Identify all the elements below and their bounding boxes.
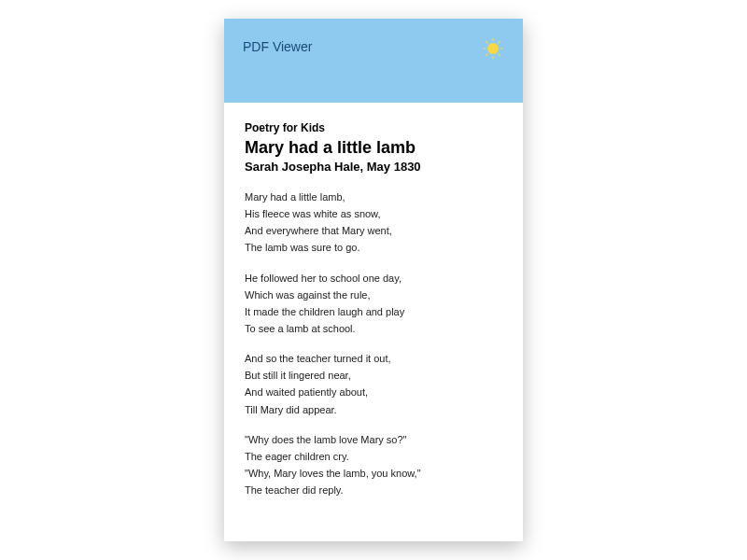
document-author: Sarah Josepha Hale, May 1830 bbox=[245, 160, 502, 174]
poem-line: Till Mary did appear. bbox=[245, 401, 502, 418]
poem-line: "Why, Mary loves the lamb, you know," bbox=[245, 465, 502, 482]
poem-line: The teacher did reply. bbox=[245, 482, 502, 498]
header-bar: PDF Viewer bbox=[224, 19, 523, 103]
stanza: "Why does the lamb love Mary so?" The ea… bbox=[245, 431, 502, 499]
document-category: Poetry for Kids bbox=[245, 121, 502, 134]
poem-line: His fleece was white as snow, bbox=[245, 205, 502, 222]
poem-line: But still it lingered near, bbox=[245, 367, 502, 384]
poem-line: The eager children cry. bbox=[245, 448, 502, 465]
svg-line-8 bbox=[499, 42, 500, 43]
stanza: And so the teacher turned it out, But st… bbox=[245, 350, 502, 418]
stanza: Mary had a little lamb, His fleece was w… bbox=[245, 189, 502, 257]
sun-icon bbox=[482, 37, 504, 60]
svg-point-0 bbox=[487, 43, 499, 54]
poem-line: Which was against the rule, bbox=[245, 287, 502, 303]
poem-body: Mary had a little lamb, His fleece was w… bbox=[245, 189, 502, 498]
poem-line: And waited patiently about, bbox=[245, 384, 502, 400]
poem-line: It made the children laugh and play bbox=[245, 303, 502, 320]
document-content: Poetry for Kids Mary had a little lamb S… bbox=[224, 103, 523, 541]
poem-line: And so the teacher turned it out, bbox=[245, 350, 502, 367]
app-title: PDF Viewer bbox=[243, 39, 504, 54]
poem-line: And everywhere that Mary went, bbox=[245, 222, 502, 239]
poem-line: He followed her to school one day, bbox=[245, 270, 502, 287]
poem-line: "Why does the lamb love Mary so?" bbox=[245, 431, 502, 448]
poem-line: Mary had a little lamb, bbox=[245, 189, 502, 205]
stanza: He followed her to school one day, Which… bbox=[245, 270, 502, 338]
pdf-viewer-card: PDF Viewer Poetry for Kids Mary had a li… bbox=[224, 19, 523, 541]
svg-line-7 bbox=[486, 54, 487, 55]
poem-line: To see a lamb at school. bbox=[245, 320, 502, 337]
svg-line-6 bbox=[499, 54, 500, 55]
document-title: Mary had a little lamb bbox=[245, 138, 502, 158]
svg-line-5 bbox=[486, 42, 487, 43]
poem-line: The lamb was sure to go. bbox=[245, 239, 502, 256]
